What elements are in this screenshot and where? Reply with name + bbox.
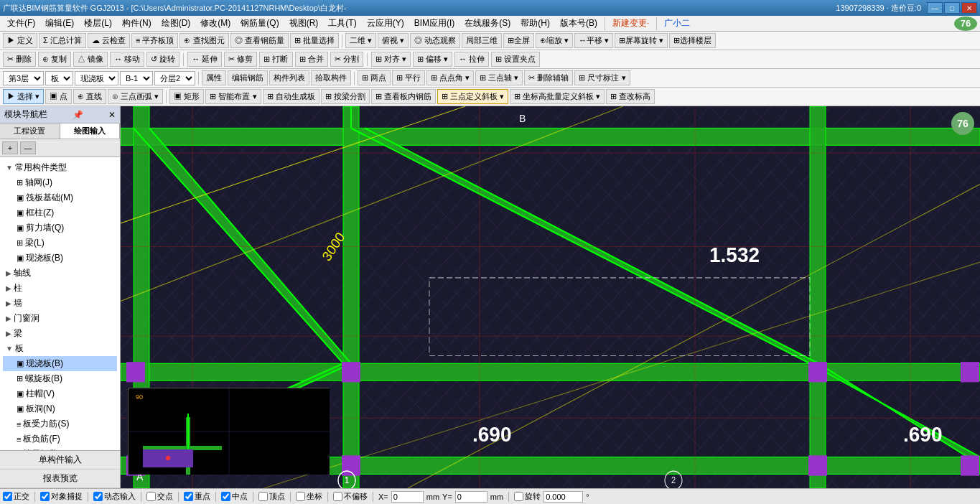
no-offset-check[interactable]: 不偏移: [333, 491, 368, 502]
zoom-btn[interactable]: ⊕缩放 ▾: [536, 33, 573, 48]
orthogonal-check[interactable]: 正交: [3, 491, 29, 502]
fullscreen-btn[interactable]: ⊞全屏: [503, 33, 534, 48]
y-input[interactable]: [455, 491, 487, 503]
extend-btn[interactable]: ↔ 延伸: [187, 52, 222, 67]
menu-edit[interactable]: 编辑(E): [41, 16, 78, 31]
intersection-checkbox[interactable]: [146, 492, 156, 501]
mirror-btn[interactable]: △ 镜像: [73, 52, 108, 67]
endpoint-checkbox[interactable]: [184, 492, 193, 501]
trim-btn[interactable]: ✂ 修剪: [224, 52, 257, 67]
three-point-axis-btn[interactable]: ⊞ 三点轴 ▾: [475, 70, 523, 85]
endpoint-check[interactable]: 重点: [184, 491, 210, 502]
view-elevation-btn[interactable]: ⊞ 查改标高: [606, 89, 655, 104]
snap-check[interactable]: 对象捕捉: [40, 491, 83, 502]
vertex-checkbox[interactable]: [258, 492, 268, 501]
snap-checkbox[interactable]: [40, 492, 50, 501]
coord-slope-btn[interactable]: ⊞ 坐标高批量定义斜板 ▾: [510, 89, 605, 104]
menu-online[interactable]: 在线服务(S): [460, 16, 515, 31]
no-offset-checkbox[interactable]: [333, 492, 342, 501]
dim-mark-btn[interactable]: ⊞ 尺寸标注 ▾: [574, 70, 630, 85]
tree-column-cap[interactable]: ▣ 柱帽(V): [3, 386, 117, 401]
break-btn[interactable]: ⊞ 打断: [259, 52, 292, 67]
menu-tools[interactable]: 工具(T): [324, 16, 360, 31]
tree-slab-group[interactable]: ▼ 板: [3, 341, 117, 356]
tree-axis-group[interactable]: ▶ 轴线: [3, 266, 117, 281]
split-by-beam-btn[interactable]: ⊞ 按梁分割: [321, 89, 370, 104]
select-floor-btn[interactable]: ⊞选择楼层: [669, 33, 716, 48]
menu-modify[interactable]: 修改(M): [196, 16, 235, 31]
minimize-button[interactable]: —: [927, 2, 943, 14]
sidebar-pin-btn[interactable]: 📌: [73, 110, 83, 120]
tab-project-setup[interactable]: 工程设置: [0, 123, 60, 139]
smart-layout-btn[interactable]: ⊞ 智能布置 ▾: [205, 89, 261, 104]
level-top-btn[interactable]: ≡ 平齐板顶: [131, 33, 178, 48]
midpoint-checkbox[interactable]: [221, 492, 230, 501]
tree-column-group[interactable]: ▶ 柱: [3, 281, 117, 296]
property-btn[interactable]: 属性: [202, 70, 226, 85]
subtype-select[interactable]: 现浇板: [75, 71, 118, 85]
tree-slab-tension-bar[interactable]: ≡ 板受力筋(S): [3, 416, 117, 431]
dynamic-observe-btn[interactable]: ◎ 动态观察: [410, 33, 460, 48]
tree-shear-wall[interactable]: ▣ 剪力墙(Q): [3, 220, 117, 235]
menu-file[interactable]: 文件(F): [3, 16, 39, 31]
close-button[interactable]: ✕: [961, 2, 977, 14]
vertex-check[interactable]: 顶点: [258, 491, 285, 502]
point-angle-btn[interactable]: ⊞ 点点角 ▾: [426, 70, 474, 85]
tree-spiral-slab[interactable]: ⊞ 螺旋板(B): [3, 371, 117, 386]
intersection-check[interactable]: 交点: [146, 491, 173, 502]
menu-view[interactable]: 视图(R): [285, 16, 323, 31]
coord-check[interactable]: 坐标: [296, 491, 322, 502]
stretch-btn[interactable]: ↔ 拉伸: [454, 52, 489, 67]
find-element-btn[interactable]: ⊕ 查找图元: [179, 33, 228, 48]
merge-btn[interactable]: ⊞ 合并: [295, 52, 328, 67]
orthogonal-checkbox[interactable]: [3, 492, 12, 501]
layer-select[interactable]: 第3层: [3, 71, 44, 85]
collapse-all-btn[interactable]: —: [20, 141, 36, 154]
delete-axis-btn[interactable]: ✂ 删除辅轴: [524, 70, 573, 85]
tree-common-types[interactable]: ▼ 常用构件类型: [3, 160, 117, 175]
tree-axis-grid[interactable]: ⊞ 轴网(J): [3, 175, 117, 190]
rotate-checkbox[interactable]: [514, 492, 523, 501]
define-slope-slab-btn[interactable]: ⊞ 三点定义斜板 ▾: [437, 89, 508, 104]
edit-rebar-btn[interactable]: 编辑钢筋: [228, 70, 268, 85]
pan-btn[interactable]: ↔平移 ▾: [574, 33, 613, 48]
tree-slab-neg-bar[interactable]: ≡ 板负筋(F): [3, 431, 117, 447]
zone-select[interactable]: 分层2: [154, 71, 195, 85]
point-tool-btn[interactable]: ▣ 点: [45, 89, 72, 104]
offset-btn[interactable]: ⊞ 偏移 ▾: [413, 52, 452, 67]
split-btn[interactable]: ✂ 分割: [330, 52, 363, 67]
menu-cloud[interactable]: 云应用(Y): [363, 16, 409, 31]
menu-new-change[interactable]: 新建变更·: [608, 16, 653, 31]
tab-draw-input[interactable]: 绘图输入: [60, 123, 121, 139]
two-point-btn[interactable]: ⊞ 两点: [358, 70, 391, 85]
maximize-button[interactable]: □: [944, 2, 960, 14]
rotate-input[interactable]: [543, 491, 583, 503]
menu-help[interactable]: 帮助(H): [516, 16, 554, 31]
rect-tool-btn[interactable]: ▣ 矩形: [169, 89, 204, 104]
component-list-btn[interactable]: 构件列表: [269, 70, 309, 85]
rotate-btn[interactable]: ↺ 旋转: [146, 52, 179, 67]
tree-door-window-group[interactable]: ▶ 门窗洞: [3, 311, 117, 326]
menu-rebar[interactable]: 钢筋量(Q): [236, 16, 283, 31]
single-component-input-btn[interactable]: 单构件输入: [0, 451, 120, 470]
dynamic-input-checkbox[interactable]: [93, 492, 103, 501]
select-tool-btn[interactable]: ▶ 选择 ▾: [3, 89, 44, 104]
tree-beam[interactable]: ⊞ 梁(L): [3, 235, 117, 251]
menu-version[interactable]: 版本号(B): [556, 16, 602, 31]
auto-gen-slab-btn[interactable]: ⊞ 自动生成板: [263, 89, 319, 104]
align-btn[interactable]: ⊞ 对齐 ▾: [371, 52, 411, 67]
screen-rotate-btn[interactable]: ⊞屏幕旋转 ▾: [615, 33, 668, 48]
component-type-select[interactable]: 板: [45, 71, 73, 85]
move-btn[interactable]: ↔ 移动: [110, 52, 144, 67]
tree-raft-foundation[interactable]: ▣ 筏板基础(M): [3, 190, 117, 205]
expand-all-btn[interactable]: +: [2, 141, 18, 154]
rotate-check[interactable]: 旋转: [514, 491, 541, 502]
grip-btn[interactable]: ⊞ 设置夹点: [491, 52, 540, 67]
report-preview-btn[interactable]: 报表预览: [0, 470, 120, 488]
name-select[interactable]: B-1: [120, 71, 153, 85]
menu-draw[interactable]: 绘图(D): [157, 16, 195, 31]
batch-select-btn[interactable]: ⊞ 批量选择: [290, 33, 339, 48]
parallel-btn[interactable]: ⊞ 平行: [392, 70, 425, 85]
tree-frame-column[interactable]: ▣ 框柱(Z): [3, 205, 117, 220]
dynamic-input-check[interactable]: 动态输入: [93, 491, 136, 502]
